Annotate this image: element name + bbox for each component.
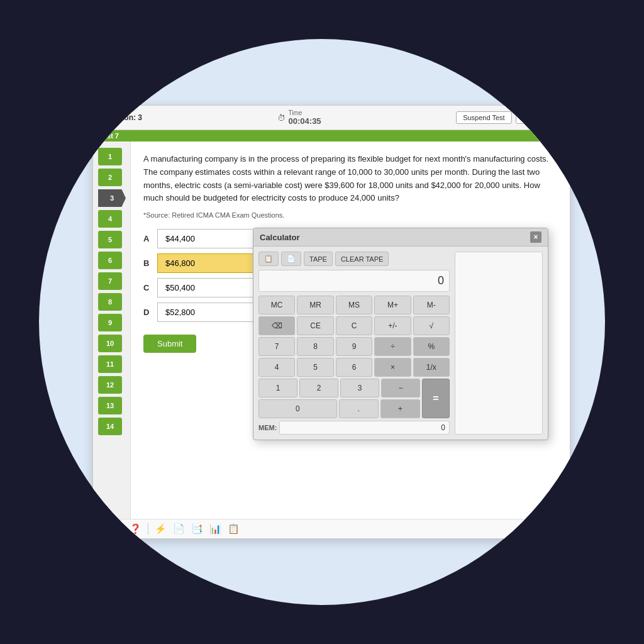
timer-display: ⏱ Time 00:04:35 xyxy=(277,109,321,126)
decimal-button[interactable]: . xyxy=(339,399,379,418)
mplus-button[interactable]: M+ xyxy=(374,296,411,314)
multiply-button[interactable]: × xyxy=(374,358,411,377)
ms-button[interactable]: MS xyxy=(336,296,372,314)
finish-test-button[interactable]: Finish Test xyxy=(516,111,562,124)
grid-icon[interactable]: ⊞ xyxy=(115,523,123,535)
exam-footer: ⚙ ⊞ ❓ ⚡ 📄 📑 📊 📋 xyxy=(93,519,570,538)
sidebar-item-2[interactable]: 2 xyxy=(98,169,122,186)
tape-display xyxy=(455,252,543,435)
suspend-test-button[interactable]: Suspend Test xyxy=(456,111,511,124)
minus-button[interactable]: − xyxy=(381,379,420,397)
tape-button-row: 📋 📄 TAPE CLEAR TAPE xyxy=(258,252,450,266)
mminus-button[interactable]: M- xyxy=(413,296,450,314)
exam-header: Question: 3 ⏱ Time 00:04:35 Suspend Test… xyxy=(93,106,570,130)
calculator-body: 📋 📄 TAPE CLEAR TAPE 0 MC MR MS M+ M- xyxy=(253,247,548,440)
mem-row: MEM: 0 xyxy=(258,421,450,435)
zero-button[interactable]: 0 xyxy=(258,399,337,418)
sidebar-item-9[interactable]: 9 xyxy=(98,314,122,331)
mc-button[interactable]: MC xyxy=(258,296,295,314)
five-button[interactable]: 5 xyxy=(297,358,333,377)
seven-button[interactable]: 7 xyxy=(258,337,295,356)
calculator-header: Calculator × xyxy=(253,228,548,247)
six-button[interactable]: 6 xyxy=(336,358,372,377)
plusminus-button[interactable]: +/- xyxy=(374,316,411,335)
sidebar-item-11[interactable]: 11 xyxy=(98,355,122,373)
sidebar-item-6[interactable]: 6 xyxy=(98,252,122,269)
sidebar-item-12[interactable]: 12 xyxy=(98,376,122,394)
sidebar-item-13[interactable]: 13 xyxy=(98,397,122,414)
calculator-close-button[interactable]: × xyxy=(530,231,541,243)
time-label: Time xyxy=(289,109,321,116)
spreadsheet-icon[interactable]: 📋 xyxy=(228,523,240,535)
sidebar-item-7[interactable]: 7 xyxy=(98,272,122,290)
question-text: A manufacturing company is in the proces… xyxy=(143,153,557,205)
three-button[interactable]: 3 xyxy=(340,379,379,397)
nine-button[interactable]: 9 xyxy=(336,337,372,356)
question-label: Question: 3 xyxy=(101,113,142,122)
sidebar-item-14[interactable]: 14 xyxy=(98,418,122,435)
c-button[interactable]: C xyxy=(336,316,372,335)
sqrt-button[interactable]: √ xyxy=(413,316,450,335)
eight-button[interactable]: 8 xyxy=(297,337,333,356)
clear-tape-button[interactable]: CLEAR TAPE xyxy=(335,252,389,266)
one-button[interactable]: 1 xyxy=(258,379,297,397)
backspace-button[interactable]: ⌫ xyxy=(258,316,295,335)
four-button[interactable]: 4 xyxy=(258,358,295,377)
reciprocal-button[interactable]: 1/x xyxy=(413,358,450,377)
header-buttons: Suspend Test Finish Test xyxy=(456,111,562,124)
pdf-icon[interactable]: 📑 xyxy=(191,523,203,535)
question-sidebar: 1 2 3 4 5 6 7 8 9 10 11 12 13 14 xyxy=(93,142,131,519)
test-name-bar: Test 7 xyxy=(93,130,570,142)
divide-button[interactable]: ÷ xyxy=(374,337,411,356)
doc-icon[interactable]: 📄 xyxy=(173,523,185,535)
answer-label-d: D xyxy=(143,308,157,317)
clock-icon: ⏱ xyxy=(277,113,286,123)
table-icon[interactable]: 📊 xyxy=(209,523,221,535)
sidebar-item-5[interactable]: 5 xyxy=(98,231,122,248)
calculator-title: Calculator xyxy=(260,233,300,242)
mr-button[interactable]: MR xyxy=(297,296,333,314)
sidebar-item-3[interactable]: 3 xyxy=(98,189,126,207)
sidebar-item-10[interactable]: 10 xyxy=(98,335,122,352)
calculator-window: Calculator × 📋 📄 TAPE CLEAR TAPE 0 MC MR… xyxy=(253,228,548,440)
two-button[interactable]: 2 xyxy=(299,379,338,397)
ce-button[interactable]: CE xyxy=(297,316,333,335)
calculator-main: 📋 📄 TAPE CLEAR TAPE 0 MC MR MS M+ M- xyxy=(258,252,450,435)
equals-button[interactable]: = xyxy=(422,379,450,418)
tape-button[interactable]: TAPE xyxy=(304,252,333,266)
plus-button[interactable]: + xyxy=(380,399,420,418)
sidebar-item-4[interactable]: 4 xyxy=(98,210,122,228)
mem-label: MEM: xyxy=(258,424,277,431)
mem-display: 0 xyxy=(279,421,450,435)
source-text: *Source: Retired ICMA CMA Exam Questions… xyxy=(143,211,557,219)
answer-label-c: C xyxy=(143,283,157,292)
sidebar-item-8[interactable]: 8 xyxy=(98,293,122,311)
bolt-icon[interactable]: ⚡ xyxy=(155,523,167,535)
copy-button[interactable]: 📋 xyxy=(258,252,279,266)
answer-label-b: B xyxy=(143,258,157,268)
percent-button[interactable]: % xyxy=(413,337,450,356)
submit-button[interactable]: Submit xyxy=(143,335,196,353)
paste-button[interactable]: 📄 xyxy=(281,252,301,266)
answer-label-a: A xyxy=(143,234,157,243)
sidebar-item-1[interactable]: 1 xyxy=(98,148,122,165)
help-icon[interactable]: ❓ xyxy=(130,523,142,535)
settings-icon[interactable]: ⚙ xyxy=(101,523,109,535)
time-value: 00:04:35 xyxy=(289,116,321,126)
calculator-display: 0 xyxy=(258,270,450,292)
